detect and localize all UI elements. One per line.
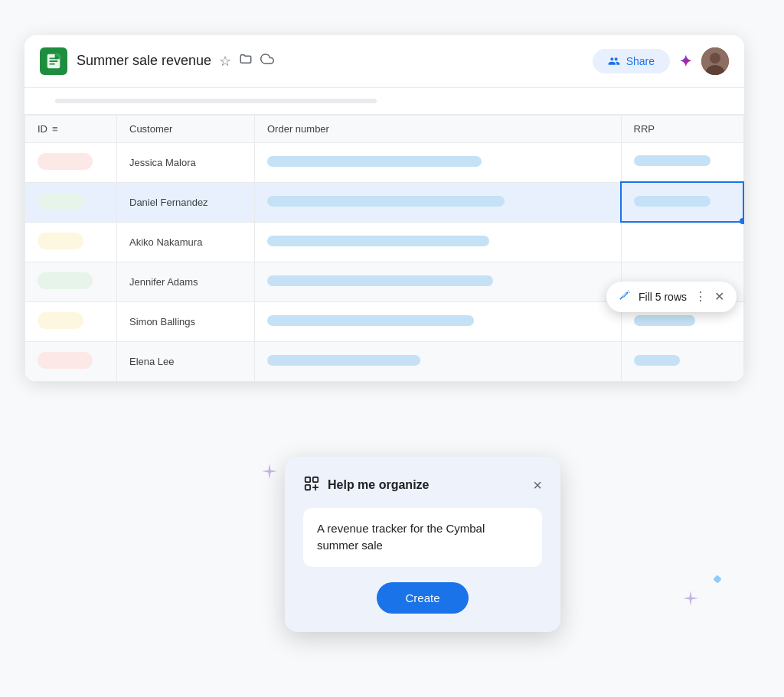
svg-point-6 — [710, 53, 720, 64]
order-bar — [267, 315, 474, 326]
user-avatar[interactable] — [701, 47, 729, 75]
order-bar — [267, 275, 493, 286]
cell-id-1[interactable] — [25, 142, 117, 182]
id-col-label: ID — [38, 123, 47, 135]
cell-customer-1[interactable]: Jessica Malora — [117, 142, 255, 182]
table-row: Daniel Fernandez — [25, 182, 744, 222]
id-pill-yellow — [38, 233, 83, 249]
spreadsheet-card: Summer sale revenue ☆ — [24, 35, 744, 382]
formula-bar[interactable] — [55, 99, 377, 103]
cell-id-5[interactable] — [25, 301, 117, 341]
cell-id-2[interactable] — [25, 182, 117, 222]
cell-customer-2[interactable]: Daniel Fernandez — [117, 182, 255, 222]
doc-title: Summer sale revenue — [77, 53, 211, 69]
create-button[interactable]: Create — [377, 582, 469, 614]
filter-icon-id[interactable]: ≡ — [52, 123, 58, 135]
cell-rrp-2[interactable] — [621, 182, 743, 222]
cell-rrp-6[interactable] — [621, 341, 743, 381]
help-organize-dialog: Help me organize × A revenue tracker for… — [285, 457, 560, 632]
dialog-header: Help me organize × — [303, 475, 542, 496]
order-bar — [267, 236, 489, 246]
col-header-rrp: RRP — [621, 115, 743, 142]
cloud-icon[interactable] — [260, 52, 274, 70]
cell-order-3[interactable] — [255, 222, 622, 262]
cell-id-6[interactable] — [25, 341, 117, 381]
cell-order-6[interactable] — [255, 341, 622, 381]
rrp-bar — [634, 315, 695, 326]
svg-rect-12 — [714, 575, 721, 583]
customer-name: Elena Lee — [129, 356, 175, 367]
sparkle-decoration-3 — [683, 591, 698, 609]
id-pill-green — [38, 272, 93, 289]
close-tooltip-icon[interactable]: ✕ — [714, 289, 724, 304]
cell-order-2[interactable] — [255, 182, 622, 222]
order-bar — [267, 355, 420, 366]
cell-rrp-1[interactable] — [621, 142, 743, 182]
customer-name: Jennifer Adams — [129, 276, 198, 288]
dialog-content: A revenue tracker for the Cymbal summer … — [303, 508, 542, 567]
dialog-title: Help me organize — [328, 478, 429, 492]
organize-icon — [303, 475, 320, 496]
share-button[interactable]: Share — [593, 49, 670, 73]
col-header-id: ID ≡ — [25, 115, 117, 142]
col-header-customer: Customer — [117, 115, 255, 142]
order-bar — [267, 156, 482, 167]
customer-name: Daniel Fernandez — [129, 197, 208, 208]
dialog-title-row: Help me organize — [303, 475, 429, 496]
cell-customer-4[interactable]: Jennifer Adams — [117, 262, 255, 301]
magic-wand-icon — [619, 289, 631, 305]
cell-customer-6[interactable]: Elena Lee — [117, 341, 255, 381]
sparkle-decoration-1 — [262, 464, 277, 482]
id-pill-yellow — [38, 312, 83, 329]
folder-icon[interactable] — [239, 52, 253, 70]
svg-rect-10 — [305, 484, 310, 489]
spreadsheet-table: ID ≡ Customer Order number RRP — [24, 115, 744, 382]
customer-name: Jessica Malora — [129, 157, 196, 168]
dialog-close-button[interactable]: × — [533, 477, 542, 494]
fill-rows-label: Fill 5 rows — [639, 291, 687, 303]
cell-order-4[interactable] — [255, 262, 622, 301]
dot-decoration-blue — [714, 572, 721, 586]
table-row: Akiko Nakamura — [25, 222, 744, 262]
col-header-order: Order number — [255, 115, 622, 142]
cell-rrp-3[interactable] — [621, 222, 743, 262]
cell-customer-5[interactable]: Simon Ballings — [117, 301, 255, 341]
cell-id-3[interactable] — [25, 222, 117, 262]
cell-id-4[interactable] — [25, 262, 117, 301]
main-scene: Summer sale revenue ☆ — [24, 35, 760, 663]
id-pill-red — [38, 153, 93, 170]
fill-rows-tooltip: Fill 5 rows ⋮ ✕ — [606, 282, 737, 312]
order-bar — [267, 196, 505, 207]
cell-order-5[interactable] — [255, 301, 622, 341]
rrp-col-label: RRP — [634, 123, 655, 135]
dialog-text: A revenue tracker for the Cymbal summer … — [317, 522, 485, 552]
customer-name: Akiko Nakamura — [129, 236, 202, 248]
svg-rect-3 — [50, 63, 55, 64]
id-pill-red — [38, 352, 93, 369]
rrp-bar — [634, 196, 710, 207]
order-col-label: Order number — [267, 123, 329, 135]
customer-col-label: Customer — [129, 123, 172, 135]
customer-name: Simon Ballings — [129, 316, 195, 327]
svg-rect-8 — [305, 477, 310, 481]
table-row: Jessica Malora — [25, 142, 744, 182]
spreadsheet-header: Summer sale revenue ☆ — [24, 35, 744, 88]
rrp-bar — [634, 355, 680, 366]
svg-rect-9 — [313, 477, 318, 481]
cell-customer-3[interactable]: Akiko Nakamura — [117, 222, 255, 262]
title-area: Summer sale revenue ☆ — [77, 52, 593, 70]
sheets-logo — [40, 47, 67, 75]
id-pill-green — [38, 193, 83, 210]
svg-rect-2 — [50, 60, 58, 62]
table-row: Elena Lee — [25, 341, 744, 381]
cell-order-1[interactable] — [255, 142, 622, 182]
star-icon[interactable]: ☆ — [219, 53, 231, 70]
header-actions: Share ✦ — [593, 47, 729, 75]
more-options-icon[interactable]: ⋮ — [694, 289, 707, 304]
share-label: Share — [626, 55, 655, 67]
gemini-icon[interactable]: ✦ — [679, 52, 692, 70]
rrp-bar — [634, 155, 710, 166]
